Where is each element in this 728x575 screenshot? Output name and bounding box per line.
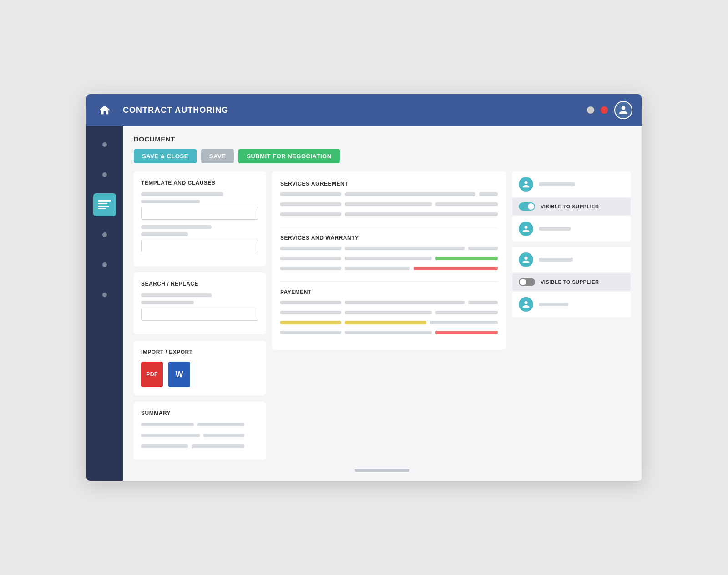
toolbar: SAVE & CLOSE SAVE SUBMIT FOR NEGOCIATION — [134, 149, 631, 163]
sidebar-dot-4 — [102, 232, 107, 237]
skel — [280, 212, 341, 216]
skel-red — [414, 267, 498, 270]
svg-rect-2 — [98, 206, 109, 207]
skel — [345, 247, 465, 250]
summary-title: SUMMARY — [141, 410, 258, 416]
top-bar: CONTRACT AUTHORING — [86, 94, 642, 126]
toggle-knob-1 — [528, 203, 534, 210]
user-row-1 — [512, 171, 631, 197]
pay-row1 — [280, 301, 498, 308]
user-name-skel-3 — [539, 258, 573, 262]
toggle-visible-1[interactable] — [519, 202, 535, 211]
skel-red-2 — [435, 331, 498, 334]
sidebar-dot-2 — [102, 172, 107, 177]
skel — [280, 257, 341, 260]
skel — [280, 267, 341, 270]
summary-panel: SUMMARY — [134, 402, 266, 460]
scroll-bar — [355, 469, 410, 472]
pay-row3 — [280, 321, 498, 328]
notification-dot-red[interactable] — [601, 106, 608, 114]
pay-row4 — [280, 331, 498, 338]
skel — [345, 267, 410, 270]
skel-line — [141, 444, 188, 448]
skel-line — [141, 200, 200, 203]
save-close-button[interactable]: SAVE & CLOSE — [134, 149, 197, 163]
search-input[interactable] — [141, 308, 258, 321]
skel-line — [141, 293, 212, 297]
sidebar-dot-1 — [102, 142, 107, 147]
user-row-3 — [512, 247, 631, 272]
top-bar-right — [587, 101, 632, 119]
services-warranty-heading: SERVICES AND WARRANTY — [280, 235, 498, 241]
import-export-title: IMPORT / EXPORT — [141, 349, 258, 355]
user-avatar-3 — [519, 252, 533, 267]
visible-supplier-row-1: VISIBLE TO SUPPLIER — [512, 198, 631, 215]
skel — [430, 321, 498, 324]
user-name-skel-2 — [539, 227, 571, 231]
user-avatar-4 — [519, 297, 533, 312]
divider-1 — [280, 227, 498, 227]
skel — [345, 311, 432, 314]
visible-supplier-label-2: VISIBLE TO SUPPLIER — [541, 279, 599, 285]
sidebar — [86, 126, 123, 481]
search-replace-panel: SEARCH / REPLACE — [134, 272, 266, 334]
skel-yellow-2 — [345, 321, 426, 324]
skel-yellow — [280, 321, 341, 324]
page-title: DOCUMENT — [134, 135, 631, 143]
skel — [345, 192, 475, 196]
sidebar-item-5[interactable] — [93, 253, 116, 276]
save-button[interactable]: SAVE — [201, 149, 234, 163]
user-avatar-2 — [519, 222, 533, 236]
toggle-visible-2[interactable] — [519, 278, 535, 286]
main-layout: DOCUMENT SAVE & CLOSE SAVE SUBMIT FOR NE… — [86, 126, 642, 481]
skel-line — [141, 232, 188, 236]
scroll-hint — [134, 469, 631, 472]
user-avatar-header[interactable] — [614, 101, 632, 119]
home-button[interactable] — [96, 101, 114, 119]
sidebar-item-2[interactable] — [93, 163, 116, 186]
content-area: DOCUMENT SAVE & CLOSE SAVE SUBMIT FOR NE… — [123, 126, 642, 481]
sa-row3 — [280, 212, 498, 220]
user-row-2 — [512, 216, 631, 242]
notification-dot-white[interactable] — [587, 106, 594, 114]
skel — [468, 301, 498, 304]
svg-rect-0 — [98, 200, 111, 202]
skel — [280, 192, 341, 196]
skel-line — [192, 444, 244, 448]
submit-button[interactable]: SUBMIT FOR NEGOCIATION — [238, 149, 339, 163]
skel-line — [197, 423, 244, 426]
sidebar-item-4[interactable] — [93, 223, 116, 246]
toggle-knob-2 — [520, 279, 526, 285]
template-input-1[interactable] — [141, 207, 258, 220]
search-replace-title: SEARCH / REPLACE — [141, 281, 258, 287]
sa-row1 — [280, 192, 498, 200]
skel-line — [141, 434, 200, 437]
pdf-icon[interactable]: PDF — [141, 362, 163, 387]
skel — [345, 331, 432, 334]
pay-row2 — [280, 311, 498, 318]
skel — [468, 247, 498, 250]
template-clauses-panel: TEMPLATE AND CLAUSES — [134, 171, 266, 266]
spacer — [512, 242, 631, 247]
skel — [345, 257, 432, 260]
sidebar-dot-5 — [102, 262, 107, 267]
top-bar-left: CONTRACT AUTHORING — [96, 101, 228, 119]
app-title: CONTRACT AUTHORING — [123, 106, 228, 115]
skel — [280, 331, 341, 334]
import-export-icons: PDF W — [141, 362, 258, 387]
skel — [280, 311, 341, 314]
sa-row2 — [280, 202, 498, 210]
word-icon[interactable]: W — [168, 362, 190, 387]
skel — [345, 301, 465, 304]
sidebar-item-6[interactable] — [93, 283, 116, 306]
sidebar-item-3-active[interactable] — [93, 193, 116, 216]
sw-row1 — [280, 247, 498, 254]
visible-supplier-row-2: VISIBLE TO SUPPLIER — [512, 273, 631, 291]
user-row-4 — [512, 292, 631, 317]
middle-panel: SERVICES AGREEMENT — [272, 171, 506, 350]
user-name-skel-4 — [539, 303, 568, 306]
sidebar-item-1[interactable] — [93, 133, 116, 156]
template-input-2[interactable] — [141, 240, 258, 252]
skel — [479, 192, 498, 196]
svg-rect-1 — [98, 203, 107, 204]
